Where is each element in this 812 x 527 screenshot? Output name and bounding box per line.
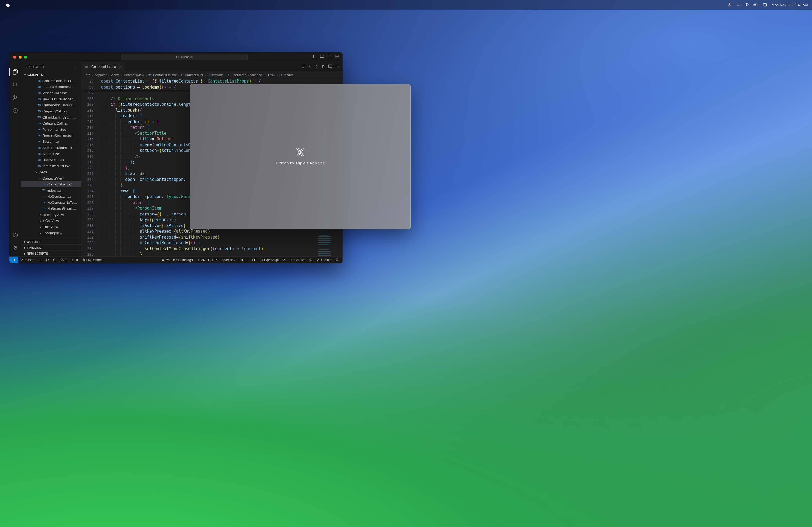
folder-linksview[interactable]: ›LinksView	[21, 224, 81, 230]
file-outgoingcall-tsx[interactable]: TSOutgoingCall.tsx	[21, 120, 81, 127]
breadcrumb-row[interactable]: row	[266, 73, 275, 77]
command-center-search[interactable]: client-ui	[121, 54, 248, 60]
settings-gear-icon[interactable]: ⚙	[10, 241, 21, 254]
file-othermachinebann-[interactable]: TSOtherMachineBann…	[21, 114, 81, 120]
apple-menu-icon[interactable]	[6, 3, 10, 7]
folder-loadingview[interactable]: ›LoadingView	[21, 230, 81, 236]
feedback[interactable]	[307, 257, 315, 263]
prettier[interactable]: Prettier	[315, 257, 334, 263]
breadcrumb-contactsview[interactable]: ContactsView	[124, 73, 144, 77]
code-line-27[interactable]: 27const ContactsList = ({ filteredContac…	[81, 79, 342, 85]
breadcrumb-usememo-callback[interactable]: useMemo() callback	[228, 73, 262, 77]
file-onboardingcheckli-[interactable]: TSOnboardingCheckli…	[21, 102, 81, 108]
folder-client-ui[interactable]: ›CLIENT-UI	[21, 72, 81, 78]
close-tab-icon[interactable]: ×	[119, 64, 122, 69]
tuple-veil-window[interactable]: Hidden by Tuple's App Veil	[190, 84, 410, 229]
window-titlebar[interactable]: ← → client-ui	[10, 52, 342, 62]
file-newfeaturebanner-[interactable]: TSNewFeatureBanner…	[21, 96, 81, 102]
go-live[interactable]: Go Live	[288, 257, 307, 263]
line-number: 224	[81, 189, 94, 194]
file-ongoingcall-tsx[interactable]: TSOngoingCall.tsx	[21, 108, 81, 114]
code-line-235[interactable]: 235 }	[81, 252, 342, 256]
language-mode[interactable]: { } TypeScript JSX	[258, 257, 288, 263]
zoom-button[interactable]	[24, 56, 27, 59]
file-shortcutsmodal-tsx[interactable]: TSShortcutsModal.tsx	[21, 145, 81, 151]
run-debug-icon[interactable]	[321, 64, 325, 69]
file-index-tsx[interactable]: TSindex.tsx	[21, 187, 81, 194]
explorer-icon[interactable]	[10, 65, 21, 78]
file-nocontactsnote-[interactable]: TSNoContactsNoTe…	[21, 199, 81, 206]
source-control-icon[interactable]	[10, 91, 21, 104]
file-nosearchresult-[interactable]: TSNoSearchResult…	[21, 206, 81, 212]
code-line-232[interactable]: 232 shiftKeyPressed={shiftKeyPressed}	[81, 235, 342, 240]
typescript-file-icon: TS	[42, 189, 47, 192]
next-change-icon[interactable]	[315, 64, 318, 69]
open-changes-icon[interactable]	[301, 64, 305, 69]
file-search-tsx[interactable]: TSSearch.tsx	[21, 139, 81, 145]
customize-layout-icon[interactable]	[335, 55, 339, 60]
git-branch[interactable]: master	[18, 257, 37, 263]
folder-incallview[interactable]: ›InCallView	[21, 218, 81, 224]
file-virtualizedlist-tsx[interactable]: TSVirtualizedList.tsx	[21, 163, 81, 169]
breadcrumb-sections[interactable]: sections	[207, 73, 224, 77]
chevron-icon: ›	[23, 252, 27, 256]
chevron-icon: ›	[38, 176, 42, 180]
toggle-secondary-sidebar-icon[interactable]	[327, 55, 332, 60]
file-usermenu-tsx[interactable]: TSUserMenu.tsx	[21, 157, 81, 163]
code-line-234[interactable]: 234 setContextMenuClosedTrigger((current…	[81, 246, 342, 252]
close-button[interactable]	[13, 56, 16, 59]
file-sidebar-tsx[interactable]: TSSidebar.tsx	[21, 151, 81, 157]
history-back-icon[interactable]: ←	[105, 55, 109, 60]
live-share[interactable]: Live Share	[80, 257, 104, 263]
live-share-icon[interactable]	[10, 104, 21, 117]
eol[interactable]: LF	[250, 257, 258, 263]
breadcrumb-popover[interactable]: popover	[95, 73, 106, 77]
toggle-primary-sidebar-icon[interactable]	[312, 55, 317, 60]
breadcrumb-contactslist[interactable]: ContactsList	[181, 73, 203, 77]
status-text: You, 6 months ago	[166, 258, 193, 262]
git-sync[interactable]	[37, 257, 44, 263]
file-missedcalls-tsx[interactable]: TSMissedCalls.tsx	[21, 90, 81, 96]
account-icon[interactable]	[10, 228, 21, 241]
tab-contactslist[interactable]: TS ContactsList.tsx ×	[81, 62, 126, 71]
problems[interactable]: 00	[51, 257, 69, 263]
history-forward-icon[interactable]: →	[113, 55, 117, 60]
breadcrumb-views[interactable]: views	[111, 73, 119, 77]
panel-timeline[interactable]: ›TIMELINE	[21, 244, 81, 250]
remote-indicator[interactable]	[10, 257, 18, 263]
search-icon[interactable]	[10, 78, 21, 91]
file-feedbackbanner-tsx[interactable]: TSFeedbackBanner.tsx	[21, 84, 81, 90]
explorer-more-actions-icon[interactable]: ⋯	[74, 65, 78, 69]
indentation[interactable]: Spaces: 2	[219, 257, 237, 263]
breadcrumb-src[interactable]: src	[86, 73, 90, 77]
previous-change-icon[interactable]	[308, 64, 312, 69]
ports[interactable]: 0	[69, 257, 80, 263]
more-actions-icon[interactable]	[335, 64, 339, 69]
panel-outline[interactable]: ›OUTLINE	[21, 239, 81, 244]
line-number: 225	[81, 194, 94, 200]
notifications[interactable]	[334, 257, 341, 263]
encoding[interactable]: UTF-8	[237, 257, 250, 263]
panel-npm-scripts[interactable]: ›NPM SCRIPTS	[21, 250, 81, 256]
folder-directoryview[interactable]: ›DirectoryView	[21, 212, 81, 218]
file-connectionbanner-[interactable]: TSConnectionBanner…	[21, 78, 81, 84]
file-remotesession-tsx[interactable]: TSRemoteSession.tsx	[21, 133, 81, 139]
line-number: 228	[81, 211, 94, 217]
tab-bar: TS ContactsList.tsx ×	[81, 62, 342, 71]
file-contactslist-tsx[interactable]: TSContactsList.tsx	[21, 181, 81, 187]
toggle-panel-icon[interactable]	[320, 55, 324, 60]
folder-views[interactable]: ›views	[21, 169, 81, 175]
breadcrumb-contactslist-tsx[interactable]: TSContactsList.tsx	[148, 73, 177, 77]
code-line-233[interactable]: 233 onContextMenuClosed={() ⇒	[81, 240, 342, 246]
file-nocontacts-tsx[interactable]: TSNoContacts.tsx	[21, 194, 81, 200]
split-editor-icon[interactable]	[328, 64, 332, 69]
minimize-button[interactable]	[18, 56, 22, 59]
git-graph[interactable]	[44, 257, 51, 263]
code-line-231[interactable]: 231 altKeyPressed={altKeyPressed}	[81, 229, 342, 235]
folder-contactsview[interactable]: ›ContactsView	[21, 175, 81, 181]
breadcrumb-render[interactable]: render	[279, 73, 293, 77]
file-personitem-tsx[interactable]: TSPersonItem.tsx	[21, 126, 81, 133]
gitlens-blame[interactable]: You, 6 months ago	[160, 257, 195, 263]
cursor-position[interactable]: Ln 242, Col 15	[195, 257, 219, 263]
status-text: LF	[252, 258, 256, 262]
